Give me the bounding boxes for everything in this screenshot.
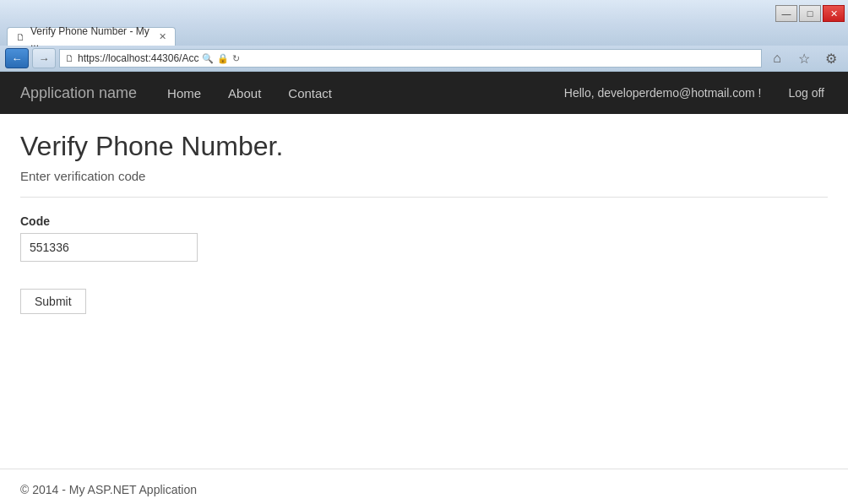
maximize-button[interactable]: □	[799, 5, 821, 22]
favorites-icon[interactable]: ☆	[792, 48, 816, 68]
code-input[interactable]	[20, 233, 198, 262]
close-button[interactable]: ✕	[823, 5, 845, 22]
page-subtitle: Enter verification code	[20, 169, 828, 183]
page-content: Verify Phone Number. Enter verification …	[0, 114, 848, 469]
section-divider	[20, 197, 828, 198]
home-icon[interactable]: ⌂	[765, 48, 789, 68]
app-brand[interactable]: Application name	[14, 84, 144, 102]
code-label: Code	[20, 214, 828, 228]
submit-button[interactable]: Submit	[20, 289, 86, 314]
tab-close-icon[interactable]: ✕	[159, 31, 166, 42]
nav-link-contact[interactable]: Contact	[278, 72, 342, 114]
tab-bar: 🗋 Verify Phone Number - My ... ✕	[0, 24, 848, 46]
nav-link-about[interactable]: About	[218, 72, 271, 114]
nav-user-display: Hello, developerdemo@hotmail.com !	[554, 86, 772, 100]
page-footer: © 2014 - My ASP.NET Application	[0, 469, 848, 504]
search-icon: 🔍	[202, 53, 214, 64]
tab-page-icon: 🗋	[16, 32, 25, 42]
nav-link-home[interactable]: Home	[157, 72, 211, 114]
back-button[interactable]: ←	[5, 48, 29, 68]
nav-logoff-link[interactable]: Log off	[778, 86, 834, 100]
page-title: Verify Phone Number.	[20, 131, 828, 162]
address-bar: ← → 🗋 https://localhost:44306/Acc 🔍 🔒 ↻ …	[0, 46, 848, 71]
window-controls: — □ ✕	[775, 5, 845, 22]
browser-tab[interactable]: 🗋 Verify Phone Number - My ... ✕	[7, 27, 176, 46]
address-text: https://localhost:44306/Acc	[78, 52, 198, 64]
app-navbar: Application name Home About Contact Hell…	[0, 72, 848, 114]
forward-button[interactable]: →	[32, 48, 56, 68]
code-form-group: Code	[20, 214, 828, 262]
title-bar: — □ ✕	[0, 0, 848, 24]
refresh-icon[interactable]: ↻	[232, 53, 240, 64]
footer-text: © 2014 - My ASP.NET Application	[20, 483, 197, 496]
tab-label: Verify Phone Number - My ...	[30, 25, 154, 49]
settings-icon[interactable]: ⚙	[819, 48, 843, 68]
lock-icon: 🔒	[217, 53, 229, 64]
minimize-button[interactable]: —	[775, 5, 797, 22]
address-input[interactable]: 🗋 https://localhost:44306/Acc 🔍 🔒 ↻	[59, 49, 762, 68]
page-icon: 🗋	[65, 53, 74, 63]
browser-chrome: — □ ✕ 🗋 Verify Phone Number - My ... ✕ ←…	[0, 0, 848, 72]
toolbar-icons: ⌂ ☆ ⚙	[765, 48, 843, 68]
